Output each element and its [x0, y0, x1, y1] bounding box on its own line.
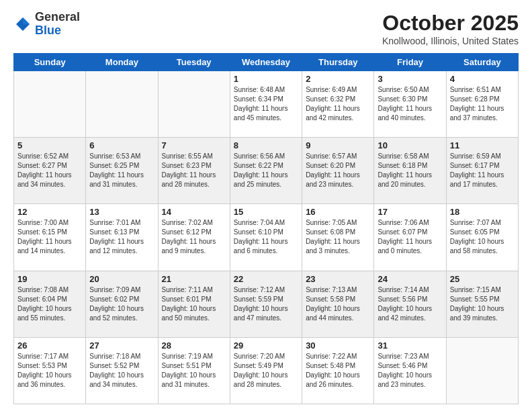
day-number: 22 — [234, 274, 298, 284]
day-info: Sunrise: 7:11 AM Sunset: 6:01 PM Dayligh… — [162, 285, 226, 323]
logo-blue: Blue — [35, 24, 61, 37]
day-number: 7 — [162, 140, 226, 150]
calendar-cell: 19Sunrise: 7:08 AM Sunset: 6:04 PM Dayli… — [14, 271, 86, 337]
col-header-wednesday: Wednesday — [230, 54, 302, 71]
day-info: Sunrise: 6:58 AM Sunset: 6:18 PM Dayligh… — [378, 152, 442, 189]
calendar-cell: 12Sunrise: 7:00 AM Sunset: 6:15 PM Dayli… — [14, 204, 86, 271]
day-number: 31 — [378, 340, 442, 351]
day-number: 17 — [378, 207, 442, 217]
calendar-cell: 21Sunrise: 7:11 AM Sunset: 6:01 PM Dayli… — [158, 271, 230, 337]
logo-general: General — [35, 10, 80, 24]
calendar-cell — [446, 337, 518, 404]
day-number: 13 — [89, 207, 154, 217]
day-info: Sunrise: 6:52 AM Sunset: 6:27 PM Dayligh… — [17, 152, 82, 189]
day-number: 26 — [17, 340, 82, 351]
day-number: 20 — [89, 274, 154, 284]
col-header-friday: Friday — [374, 54, 446, 71]
calendar-cell: 1Sunrise: 6:48 AM Sunset: 6:34 PM Daylig… — [230, 71, 302, 138]
calendar-cell: 31Sunrise: 7:23 AM Sunset: 5:46 PM Dayli… — [374, 337, 446, 404]
calendar-cell: 23Sunrise: 7:13 AM Sunset: 5:58 PM Dayli… — [302, 271, 374, 337]
day-number: 1 — [234, 74, 298, 84]
month-title: October 2025 — [382, 11, 519, 36]
day-info: Sunrise: 7:14 AM Sunset: 5:56 PM Dayligh… — [378, 285, 442, 323]
day-info: Sunrise: 7:13 AM Sunset: 5:58 PM Dayligh… — [306, 285, 370, 323]
day-number: 15 — [234, 207, 298, 217]
location: Knollwood, Illinois, United States — [382, 36, 519, 46]
calendar-cell: 30Sunrise: 7:22 AM Sunset: 5:48 PM Dayli… — [302, 337, 374, 404]
day-info: Sunrise: 7:19 AM Sunset: 5:51 PM Dayligh… — [162, 352, 226, 390]
day-info: Sunrise: 6:49 AM Sunset: 6:32 PM Dayligh… — [306, 85, 370, 123]
day-number: 14 — [162, 207, 226, 217]
day-number: 4 — [450, 74, 515, 84]
calendar-cell: 17Sunrise: 7:06 AM Sunset: 6:07 PM Dayli… — [374, 204, 446, 271]
calendar-cell: 10Sunrise: 6:58 AM Sunset: 6:18 PM Dayli… — [374, 138, 446, 204]
day-number: 25 — [450, 274, 515, 284]
logo-icon — [13, 15, 32, 34]
col-header-saturday: Saturday — [446, 54, 518, 71]
col-header-monday: Monday — [86, 54, 158, 71]
day-info: Sunrise: 7:06 AM Sunset: 6:07 PM Dayligh… — [378, 218, 442, 256]
day-info: Sunrise: 6:56 AM Sunset: 6:22 PM Dayligh… — [234, 152, 298, 189]
calendar-table: SundayMondayTuesdayWednesdayThursdayFrid… — [13, 53, 519, 404]
calendar-cell: 22Sunrise: 7:12 AM Sunset: 5:59 PM Dayli… — [230, 271, 302, 337]
day-info: Sunrise: 7:22 AM Sunset: 5:48 PM Dayligh… — [306, 352, 370, 390]
calendar-week-row: 26Sunrise: 7:17 AM Sunset: 5:53 PM Dayli… — [14, 337, 519, 404]
day-info: Sunrise: 6:48 AM Sunset: 6:34 PM Dayligh… — [234, 85, 298, 123]
day-info: Sunrise: 6:57 AM Sunset: 6:20 PM Dayligh… — [306, 152, 370, 189]
calendar-cell: 26Sunrise: 7:17 AM Sunset: 5:53 PM Dayli… — [14, 337, 86, 404]
day-info: Sunrise: 6:51 AM Sunset: 6:28 PM Dayligh… — [450, 85, 515, 123]
calendar-week-row: 1Sunrise: 6:48 AM Sunset: 6:34 PM Daylig… — [14, 71, 519, 138]
logo: General Blue — [13, 11, 80, 38]
day-number: 16 — [306, 207, 370, 217]
calendar-cell: 5Sunrise: 6:52 AM Sunset: 6:27 PM Daylig… — [14, 138, 86, 204]
calendar-cell: 4Sunrise: 6:51 AM Sunset: 6:28 PM Daylig… — [446, 71, 518, 138]
calendar-cell: 9Sunrise: 6:57 AM Sunset: 6:20 PM Daylig… — [302, 138, 374, 204]
calendar-cell: 7Sunrise: 6:55 AM Sunset: 6:23 PM Daylig… — [158, 138, 230, 204]
day-info: Sunrise: 7:17 AM Sunset: 5:53 PM Dayligh… — [17, 352, 82, 390]
day-info: Sunrise: 7:23 AM Sunset: 5:46 PM Dayligh… — [378, 352, 442, 390]
day-info: Sunrise: 7:08 AM Sunset: 6:04 PM Dayligh… — [17, 285, 82, 323]
calendar-cell: 8Sunrise: 6:56 AM Sunset: 6:22 PM Daylig… — [230, 138, 302, 204]
calendar-cell: 13Sunrise: 7:01 AM Sunset: 6:13 PM Dayli… — [86, 204, 158, 271]
day-info: Sunrise: 7:09 AM Sunset: 6:02 PM Dayligh… — [89, 285, 154, 323]
calendar-cell — [158, 71, 230, 138]
day-number: 30 — [306, 340, 370, 351]
calendar-cell: 11Sunrise: 6:59 AM Sunset: 6:17 PM Dayli… — [446, 138, 518, 204]
day-number: 11 — [450, 140, 515, 150]
svg-marker-1 — [23, 17, 30, 24]
calendar-cell: 28Sunrise: 7:19 AM Sunset: 5:51 PM Dayli… — [158, 337, 230, 404]
calendar-week-row: 5Sunrise: 6:52 AM Sunset: 6:27 PM Daylig… — [14, 138, 519, 204]
logo-text: General Blue — [35, 11, 80, 38]
calendar-header-row: SundayMondayTuesdayWednesdayThursdayFrid… — [14, 54, 519, 71]
day-info: Sunrise: 7:20 AM Sunset: 5:49 PM Dayligh… — [234, 352, 298, 390]
day-info: Sunrise: 6:55 AM Sunset: 6:23 PM Dayligh… — [162, 152, 226, 189]
calendar-cell: 14Sunrise: 7:02 AM Sunset: 6:12 PM Dayli… — [158, 204, 230, 271]
calendar-cell: 2Sunrise: 6:49 AM Sunset: 6:32 PM Daylig… — [302, 71, 374, 138]
col-header-tuesday: Tuesday — [158, 54, 230, 71]
day-info: Sunrise: 7:07 AM Sunset: 6:05 PM Dayligh… — [450, 218, 515, 256]
day-number: 18 — [450, 207, 515, 217]
calendar-week-row: 19Sunrise: 7:08 AM Sunset: 6:04 PM Dayli… — [14, 271, 519, 337]
calendar-cell: 3Sunrise: 6:50 AM Sunset: 6:30 PM Daylig… — [374, 71, 446, 138]
day-info: Sunrise: 7:02 AM Sunset: 6:12 PM Dayligh… — [162, 218, 226, 256]
calendar-cell: 27Sunrise: 7:18 AM Sunset: 5:52 PM Dayli… — [86, 337, 158, 404]
day-number: 6 — [89, 140, 154, 150]
calendar-cell: 25Sunrise: 7:15 AM Sunset: 5:55 PM Dayli… — [446, 271, 518, 337]
day-info: Sunrise: 6:53 AM Sunset: 6:25 PM Dayligh… — [89, 152, 154, 189]
title-block: October 2025 Knollwood, Illinois, United… — [382, 11, 519, 46]
calendar-cell: 16Sunrise: 7:05 AM Sunset: 6:08 PM Dayli… — [302, 204, 374, 271]
day-number: 10 — [378, 140, 442, 150]
calendar-cell — [86, 71, 158, 138]
day-info: Sunrise: 7:01 AM Sunset: 6:13 PM Dayligh… — [89, 218, 154, 256]
day-number: 12 — [17, 207, 82, 217]
day-number: 23 — [306, 274, 370, 284]
day-info: Sunrise: 7:04 AM Sunset: 6:10 PM Dayligh… — [234, 218, 298, 256]
day-info: Sunrise: 7:12 AM Sunset: 5:59 PM Dayligh… — [234, 285, 298, 323]
calendar-cell: 20Sunrise: 7:09 AM Sunset: 6:02 PM Dayli… — [86, 271, 158, 337]
calendar-cell: 18Sunrise: 7:07 AM Sunset: 6:05 PM Dayli… — [446, 204, 518, 271]
day-number: 19 — [17, 274, 82, 284]
calendar-cell — [14, 71, 86, 138]
col-header-sunday: Sunday — [14, 54, 86, 71]
day-info: Sunrise: 7:00 AM Sunset: 6:15 PM Dayligh… — [17, 218, 82, 256]
day-number: 3 — [378, 74, 442, 84]
